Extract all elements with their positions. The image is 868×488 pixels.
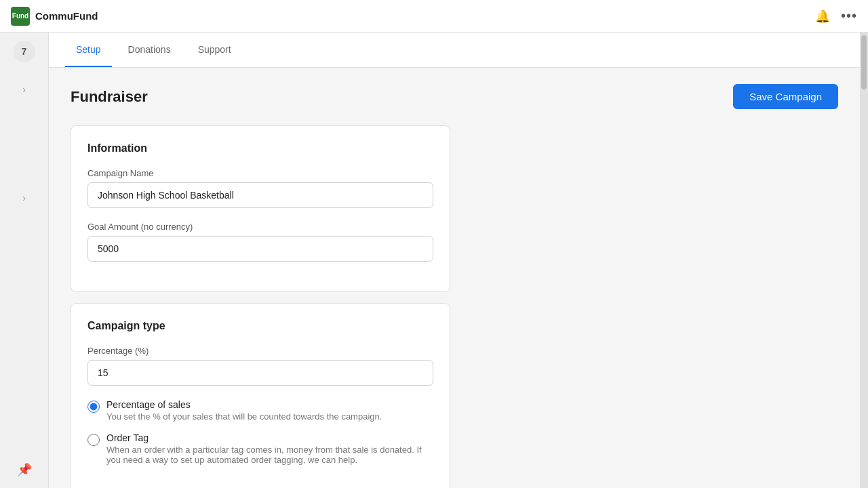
campaign-name-input[interactable] bbox=[87, 182, 433, 208]
save-campaign-button[interactable]: Save Campaign bbox=[733, 84, 838, 109]
notification-icon[interactable]: 🔔 bbox=[815, 9, 830, 24]
campaign-type-title: Campaign type bbox=[87, 320, 433, 332]
information-card-title: Information bbox=[87, 142, 433, 155]
radio-order-tag-label: Order Tag bbox=[106, 432, 433, 443]
radio-percentage-label: Percentage of sales bbox=[106, 399, 382, 410]
content-area: Setup Donations Support Fundraiser Save … bbox=[49, 33, 860, 488]
campaign-name-group: Campaign Name bbox=[87, 168, 433, 208]
app-name: CommuFund bbox=[35, 10, 98, 22]
tab-donations[interactable]: Donations bbox=[117, 33, 182, 67]
tab-setup[interactable]: Setup bbox=[65, 33, 112, 67]
sidebar-chevron-top[interactable]: › bbox=[17, 79, 31, 100]
goal-amount-input[interactable] bbox=[87, 236, 433, 262]
goal-amount-group: Goal Amount (no currency) bbox=[87, 222, 433, 262]
more-options-icon[interactable]: ••• bbox=[841, 8, 857, 24]
radio-option-order-tag: Order Tag When an order with a particula… bbox=[87, 432, 433, 465]
sidebar: 7 › › 📌 bbox=[0, 33, 49, 488]
header-actions: 🔔 ••• bbox=[815, 8, 857, 24]
information-card: Information Campaign Name Goal Amount (n… bbox=[71, 125, 450, 292]
scrollbar-track bbox=[860, 33, 868, 488]
page-title: Fundraiser bbox=[71, 88, 148, 106]
radio-order-tag-content: Order Tag When an order with a particula… bbox=[106, 432, 433, 465]
app-header: Fund CommuFund 🔔 ••• bbox=[0, 0, 868, 33]
goal-amount-label: Goal Amount (no currency) bbox=[87, 222, 433, 232]
tab-support[interactable]: Support bbox=[187, 33, 242, 67]
sidebar-badge: 7 bbox=[14, 41, 35, 62]
radio-option-percentage: Percentage of sales You set the % of you… bbox=[87, 399, 433, 422]
logo-area: Fund CommuFund bbox=[11, 7, 815, 26]
sidebar-chevron-bottom[interactable]: › bbox=[17, 187, 31, 209]
radio-percentage-content: Percentage of sales You set the % of you… bbox=[106, 399, 382, 422]
logo-icon: Fund bbox=[11, 7, 30, 26]
radio-percentage-of-sales[interactable] bbox=[87, 401, 100, 413]
page-header: Fundraiser Save Campaign bbox=[71, 84, 838, 109]
campaign-name-label: Campaign Name bbox=[87, 168, 433, 178]
percentage-input[interactable] bbox=[87, 360, 433, 386]
percentage-group: Percentage (%) bbox=[87, 346, 433, 386]
tabs-bar: Setup Donations Support bbox=[49, 33, 860, 68]
percentage-label: Percentage (%) bbox=[87, 346, 433, 356]
radio-percentage-desc: You set the % of your sales that will be… bbox=[106, 411, 382, 422]
sidebar-pin-icon[interactable]: 📌 bbox=[17, 462, 32, 477]
scrollbar-thumb[interactable] bbox=[861, 35, 867, 89]
radio-order-tag[interactable] bbox=[87, 434, 100, 446]
campaign-type-card: Campaign type Percentage (%) Percentage … bbox=[71, 303, 450, 488]
main-layout: 7 › › 📌 Setup Donations Support Fundrais… bbox=[0, 33, 868, 488]
page-content: Fundraiser Save Campaign Information Cam… bbox=[49, 68, 860, 488]
radio-order-tag-desc: When an order with a particular tag come… bbox=[106, 445, 433, 465]
